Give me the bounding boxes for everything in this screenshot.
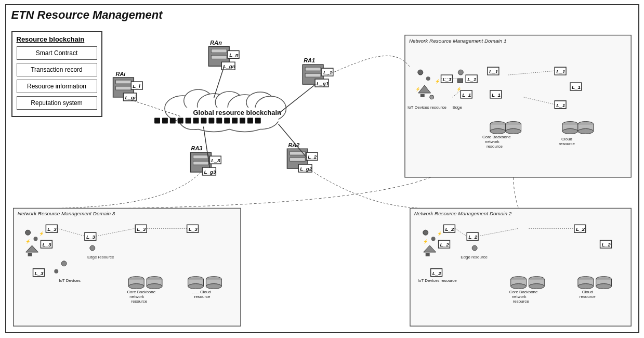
svg-line-198 bbox=[478, 228, 519, 236]
domain1-cloud-area: L_1 L_1 L_1 Cloud resource bbox=[508, 67, 593, 146]
svg-text:L_3: L_3 bbox=[34, 270, 44, 276]
svg-text:L_3: L_3 bbox=[188, 226, 198, 232]
svg-point-4 bbox=[228, 95, 262, 121]
svg-text:IoT Devices resource: IoT Devices resource bbox=[407, 105, 446, 110]
svg-text:IoT Devices: IoT Devices bbox=[59, 278, 81, 283]
svg-text:RA2: RA2 bbox=[288, 142, 299, 148]
svg-point-68 bbox=[426, 76, 430, 81]
svg-rect-26 bbox=[131, 82, 142, 89]
svg-text:L_3: L_3 bbox=[47, 226, 57, 232]
svg-rect-13 bbox=[193, 118, 199, 124]
svg-text:...... Cloud: ...... Cloud bbox=[192, 290, 211, 294]
svg-point-187 bbox=[577, 284, 593, 289]
svg-rect-15 bbox=[208, 118, 214, 124]
svg-rect-70 bbox=[420, 94, 424, 97]
svg-text:L_1: L_1 bbox=[323, 70, 332, 75]
svg-point-3 bbox=[215, 92, 243, 113]
svg-text:Core Backbone: Core Backbone bbox=[509, 290, 537, 294]
svg-point-135 bbox=[128, 277, 144, 282]
svg-line-64 bbox=[278, 84, 316, 114]
svg-rect-7 bbox=[177, 108, 278, 128]
svg-point-179 bbox=[529, 277, 544, 282]
svg-rect-20 bbox=[247, 118, 253, 124]
svg-point-93 bbox=[490, 128, 505, 134]
domain1-backbone-area: L_1 L_1 Core Backbone network resource bbox=[482, 67, 521, 149]
svg-line-197 bbox=[455, 228, 467, 236]
svg-text:L_g1: L_g1 bbox=[317, 81, 328, 86]
svg-point-160 bbox=[431, 237, 435, 241]
domain3-content: ⚡ ⚡ L_3 L_3 L_3 IoT Devices L_3 Edge res… bbox=[25, 225, 221, 304]
svg-rect-9 bbox=[162, 118, 167, 124]
svg-text:⚡: ⚡ bbox=[435, 79, 440, 84]
svg-rect-8 bbox=[154, 118, 160, 124]
svg-text:L_2: L_2 bbox=[308, 154, 317, 160]
svg-rect-40 bbox=[305, 73, 321, 77]
svg-text:L_1: L_1 bbox=[556, 69, 565, 74]
svg-point-176 bbox=[510, 277, 526, 282]
domain2-box bbox=[410, 209, 630, 327]
svg-point-137 bbox=[128, 284, 144, 289]
svg-rect-60 bbox=[202, 167, 216, 175]
legend-item-resource: Resource information bbox=[17, 80, 97, 93]
svg-text:Edge: Edge bbox=[452, 105, 462, 110]
ra-node-ra1: RA1 L_1 L_g1 bbox=[303, 57, 333, 87]
svg-rect-54 bbox=[190, 152, 211, 172]
svg-rect-139 bbox=[147, 279, 162, 287]
svg-point-188 bbox=[596, 277, 611, 282]
ra-node-ra3: RA3 L_3 L_g3 bbox=[190, 145, 221, 175]
svg-line-156 bbox=[57, 228, 85, 236]
svg-point-149 bbox=[206, 277, 221, 282]
svg-point-116 bbox=[25, 230, 30, 235]
svg-rect-87 bbox=[487, 67, 498, 75]
svg-text:RA1: RA1 bbox=[304, 57, 315, 63]
svg-point-106 bbox=[562, 122, 578, 127]
svg-rect-80 bbox=[466, 75, 477, 83]
svg-rect-124 bbox=[41, 240, 52, 248]
svg-text:L_3: L_3 bbox=[211, 158, 220, 163]
svg-rect-164 bbox=[425, 253, 429, 256]
svg-point-129 bbox=[54, 269, 58, 274]
svg-line-157 bbox=[96, 228, 135, 236]
legend-title: Resource blockchain bbox=[17, 35, 97, 43]
svg-rect-121 bbox=[28, 253, 32, 256]
svg-rect-58 bbox=[209, 156, 221, 164]
svg-point-151 bbox=[206, 284, 221, 289]
svg-text:⚡: ⚡ bbox=[456, 86, 462, 92]
svg-text:L_3: L_3 bbox=[86, 234, 95, 240]
svg-point-128 bbox=[61, 261, 67, 266]
legend-item-smart-contract: Smart Contract bbox=[17, 46, 97, 60]
svg-rect-55 bbox=[193, 155, 208, 159]
svg-line-114 bbox=[508, 71, 554, 75]
cloud-label: Global resource blockchain bbox=[193, 109, 281, 116]
svg-rect-177 bbox=[510, 279, 526, 287]
svg-text:L_g2: L_g2 bbox=[300, 166, 312, 172]
svg-point-140 bbox=[147, 284, 162, 289]
svg-text:Edge resource: Edge resource bbox=[461, 255, 488, 259]
svg-rect-56 bbox=[193, 161, 208, 165]
svg-rect-100 bbox=[555, 67, 566, 75]
legend-item-reputation: Reputation system bbox=[17, 96, 97, 110]
svg-text:RA3: RA3 bbox=[191, 145, 202, 151]
svg-rect-34 bbox=[228, 50, 239, 58]
svg-point-178 bbox=[510, 284, 526, 289]
svg-text:Cloud: Cloud bbox=[582, 290, 593, 294]
svg-point-1 bbox=[183, 89, 213, 112]
svg-line-65 bbox=[278, 124, 307, 158]
svg-rect-10 bbox=[169, 118, 175, 124]
svg-rect-16 bbox=[216, 118, 222, 124]
svg-point-111 bbox=[577, 128, 593, 134]
svg-rect-82 bbox=[461, 90, 472, 98]
svg-line-115 bbox=[523, 97, 555, 105]
svg-text:L_2: L_2 bbox=[440, 242, 449, 248]
svg-rect-89 bbox=[490, 90, 501, 98]
svg-text:L_2: L_2 bbox=[445, 226, 454, 232]
svg-text:RAi: RAi bbox=[115, 71, 126, 77]
svg-rect-39 bbox=[305, 67, 321, 71]
svg-text:L_2: L_2 bbox=[601, 242, 611, 248]
svg-rect-48 bbox=[290, 158, 305, 161]
svg-text:Core Backbone: Core Backbone bbox=[482, 135, 511, 139]
svg-point-181 bbox=[529, 284, 544, 289]
svg-text:resource: resource bbox=[486, 144, 502, 149]
svg-point-5 bbox=[246, 92, 274, 113]
svg-text:L_g3: L_g3 bbox=[204, 169, 216, 175]
